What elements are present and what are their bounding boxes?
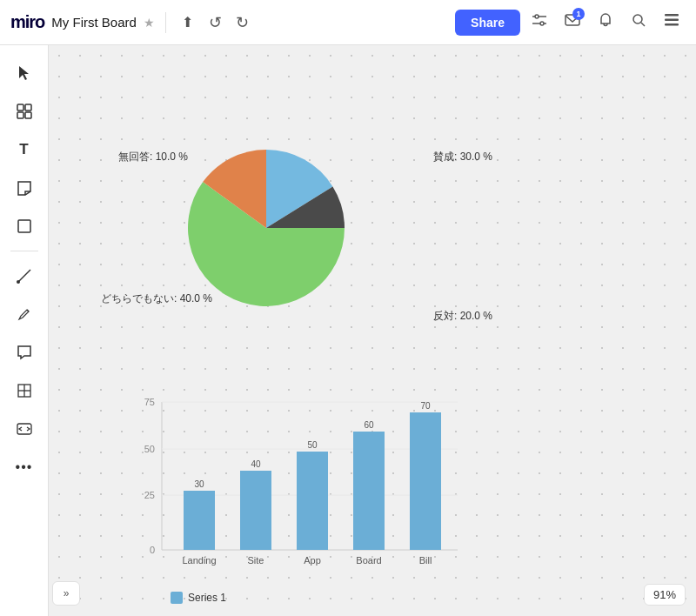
bar-app (297, 452, 328, 550)
sidebar: T •• (0, 45, 49, 616)
svg-point-7 (633, 15, 642, 23)
collapse-icon: » (64, 587, 70, 599)
svg-text:Landing: Landing (182, 555, 216, 566)
svg-text:70: 70 (420, 401, 431, 411)
bell-icon-button[interactable] (592, 8, 619, 37)
svg-line-18 (18, 270, 30, 282)
svg-line-20 (27, 310, 29, 311)
sidebar-item-shape[interactable] (7, 209, 42, 244)
svg-text:50: 50 (307, 440, 318, 450)
header-right: Share 1 (455, 8, 696, 37)
svg-rect-15 (17, 112, 23, 118)
svg-text:Board: Board (356, 555, 381, 566)
legend-color-box (171, 592, 183, 604)
bar-landing (184, 491, 215, 550)
svg-point-0 (535, 15, 539, 18)
sidebar-separator-1 (10, 251, 38, 251)
redo-button[interactable]: ↻ (232, 13, 252, 32)
bar-bill (410, 412, 441, 550)
svg-line-8 (641, 23, 645, 26)
board-title: My First Board (51, 15, 137, 30)
svg-text:Bill: Bill (419, 555, 432, 566)
sidebar-item-line[interactable] (7, 258, 42, 293)
sidebar-item-pen[interactable] (7, 297, 42, 331)
svg-rect-17 (18, 220, 30, 232)
undo-button[interactable]: ↺ (205, 13, 225, 32)
pie-label-disagree: 反対: 20.0 % (433, 309, 492, 324)
zoom-level-indicator: 91% (644, 584, 686, 606)
charts-container: 賛成: 30.0 % 反対: 20.0 % どちらでもない: 40.0 % 無回… (101, 132, 519, 602)
pie-label-no-answer: 無回答: 10.0 % (118, 150, 188, 164)
svg-rect-11 (665, 23, 679, 26)
svg-rect-13 (17, 104, 23, 110)
sidebar-item-table[interactable] (7, 373, 42, 408)
header-bar: miro My First Board ★ ⬆ ↺ ↻ Share 1 (0, 0, 696, 45)
pie-chart-section: 賛成: 30.0 % 反対: 20.0 % どちらでもない: 40.0 % 無回… (101, 132, 519, 376)
menu-icon-button[interactable] (658, 8, 686, 37)
star-icon[interactable]: ★ (144, 16, 155, 30)
legend-label: Series 1 (188, 592, 226, 604)
bar-chart-legend: Series 1 (171, 592, 501, 604)
bar-site (240, 471, 271, 550)
header-divider (165, 12, 166, 33)
logo-area: miro My First Board ★ ⬆ ↺ ↻ (0, 12, 263, 33)
sidebar-item-sticky[interactable] (7, 171, 42, 205)
svg-text:40: 40 (251, 459, 261, 469)
svg-text:App: App (304, 555, 321, 566)
svg-text:60: 60 (364, 420, 374, 430)
svg-rect-14 (25, 104, 31, 110)
sidebar-item-cursor[interactable] (7, 56, 42, 90)
collapse-sidebar-button[interactable]: » (52, 581, 80, 606)
bar-chart-section: 75 50 25 0 30 Landing 40 Site (127, 393, 501, 602)
svg-text:30: 30 (194, 479, 204, 489)
notification-badge: 1 (572, 8, 585, 20)
filter-icon-button[interactable] (525, 8, 553, 37)
logo: miro (10, 12, 44, 32)
pie-label-agree: 賛成: 30.0 % (433, 150, 492, 164)
svg-text:Site: Site (248, 555, 264, 566)
sidebar-item-more[interactable]: ••• (7, 450, 42, 485)
upload-icon[interactable]: ⬆ (177, 14, 198, 30)
messages-icon-button[interactable]: 1 (559, 8, 586, 37)
sidebar-item-frames[interactable] (7, 94, 42, 129)
svg-rect-9 (665, 14, 679, 17)
svg-rect-10 (665, 19, 679, 22)
svg-text:25: 25 (144, 490, 155, 500)
svg-marker-12 (19, 66, 29, 80)
bar-board (353, 432, 385, 550)
share-button[interactable]: Share (455, 10, 520, 36)
pie-label-neutral: どちらでもない: 40.0 % (101, 291, 212, 306)
svg-rect-16 (25, 112, 31, 118)
pie-chart-svg (179, 141, 353, 315)
bar-chart-svg: 75 50 25 0 30 Landing 40 Site (127, 393, 466, 585)
svg-text:50: 50 (144, 444, 155, 454)
sidebar-item-embed[interactable] (7, 412, 42, 446)
svg-text:0: 0 (150, 545, 155, 555)
sidebar-item-comment[interactable] (7, 335, 42, 370)
canvas-area[interactable]: 賛成: 30.0 % 反対: 20.0 % どちらでもない: 40.0 % 無回… (49, 45, 696, 616)
svg-point-1 (540, 22, 544, 25)
svg-text:75: 75 (144, 397, 155, 407)
search-icon-button[interactable] (625, 8, 652, 37)
sidebar-item-text[interactable]: T (7, 132, 42, 167)
svg-point-19 (17, 280, 20, 284)
